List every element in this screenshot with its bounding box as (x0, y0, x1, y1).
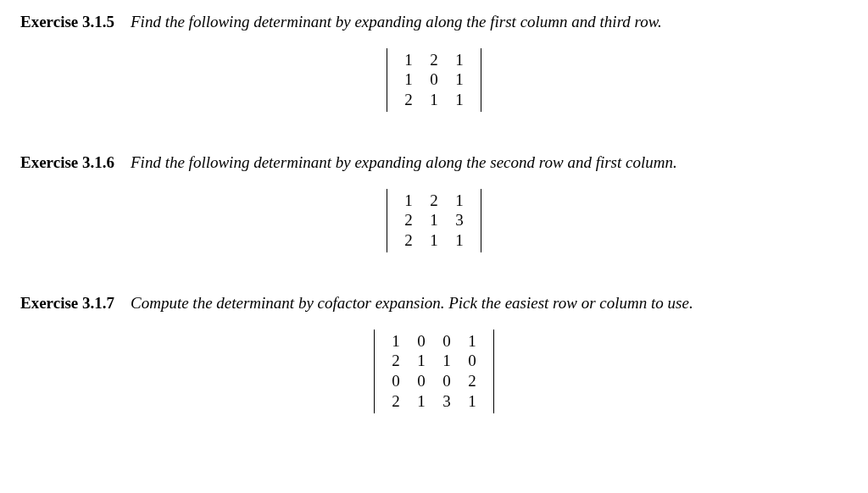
matrix-cell: 1 (421, 210, 447, 230)
matrix-cell: 1 (421, 230, 447, 251)
matrix: 1 0 0 1 2 1 1 0 0 0 0 2 (383, 331, 485, 412)
matrix-row: 2 1 3 1 (383, 391, 485, 412)
exercise-label: Exercise 3.1.5 (20, 13, 114, 30)
matrix-cell: 0 (434, 331, 459, 352)
exercise-heading: Exercise 3.1.7 Compute the determinant b… (20, 293, 848, 314)
matrix-cell: 1 (459, 391, 485, 412)
matrix-cell: 0 (459, 351, 485, 371)
exercise-label: Exercise 3.1.7 (20, 294, 114, 312)
matrix-container: 1 2 1 2 1 3 2 1 1 (20, 189, 848, 252)
matrix-row: 1 2 1 (396, 191, 472, 211)
matrix-cell: 0 (434, 371, 459, 391)
matrix-cell: 2 (396, 230, 421, 251)
determinant-bars: 1 2 1 2 1 3 2 1 1 (387, 189, 481, 252)
exercise-prompt: Compute the determinant by cofactor expa… (131, 294, 693, 312)
matrix-cell: 1 (421, 90, 447, 110)
matrix-cell: 2 (421, 50, 447, 70)
matrix-row: 2 1 1 0 (383, 351, 485, 371)
exercise-heading: Exercise 3.1.6 Find the following determ… (20, 152, 848, 174)
matrix-cell: 1 (396, 191, 421, 211)
matrix-cell: 2 (459, 371, 485, 391)
exercise-317: Exercise 3.1.7 Compute the determinant b… (20, 293, 848, 413)
matrix: 1 2 1 2 1 3 2 1 1 (396, 191, 472, 251)
exercise-315: Exercise 3.1.5 Find the following determ… (20, 12, 848, 112)
matrix-cell: 1 (396, 50, 421, 70)
matrix-cell: 0 (421, 69, 447, 90)
matrix-row: 1 0 1 (396, 69, 472, 90)
exercise-heading: Exercise 3.1.5 Find the following determ… (20, 12, 848, 33)
matrix-cell: 1 (447, 230, 472, 251)
matrix-row: 2 1 1 (396, 90, 472, 110)
matrix-cell: 1 (409, 391, 434, 412)
matrix-cell: 2 (396, 90, 421, 110)
matrix-cell: 2 (383, 351, 409, 371)
matrix-row: 2 1 3 (396, 210, 472, 230)
matrix-cell: 2 (396, 210, 421, 230)
exercise-prompt: Find the following determinant by expand… (131, 153, 677, 171)
matrix: 1 2 1 1 0 1 2 1 1 (396, 50, 472, 110)
exercise-label: Exercise 3.1.6 (20, 153, 114, 171)
matrix-cell: 1 (447, 69, 472, 90)
matrix-container: 1 2 1 1 0 1 2 1 1 (20, 48, 848, 112)
matrix-cell: 2 (383, 391, 409, 412)
matrix-row: 2 1 1 (396, 230, 472, 251)
matrix-cell: 3 (434, 391, 459, 412)
determinant-bars: 1 2 1 1 0 1 2 1 1 (387, 48, 481, 112)
matrix-cell: 1 (434, 351, 459, 371)
matrix-cell: 1 (447, 191, 472, 211)
matrix-cell: 0 (409, 371, 434, 391)
exercise-316: Exercise 3.1.6 Find the following determ… (20, 152, 848, 252)
matrix-container: 1 0 0 1 2 1 1 0 0 0 0 2 (20, 330, 848, 413)
page: Exercise 3.1.5 Find the following determ… (0, 0, 868, 413)
matrix-cell: 1 (447, 50, 472, 70)
matrix-cell: 1 (396, 69, 421, 90)
matrix-row: 1 0 0 1 (383, 331, 485, 352)
matrix-row: 1 2 1 (396, 50, 472, 70)
matrix-cell: 1 (459, 331, 485, 352)
matrix-cell: 1 (383, 331, 409, 352)
determinant-bars: 1 0 0 1 2 1 1 0 0 0 0 2 (374, 330, 494, 413)
matrix-cell: 2 (421, 191, 447, 211)
matrix-cell: 1 (447, 90, 472, 110)
matrix-cell: 3 (447, 210, 472, 230)
matrix-cell: 0 (383, 371, 409, 391)
matrix-cell: 0 (409, 331, 434, 352)
matrix-row: 0 0 0 2 (383, 371, 485, 391)
matrix-cell: 1 (409, 351, 434, 371)
exercise-prompt: Find the following determinant by expand… (131, 13, 662, 30)
